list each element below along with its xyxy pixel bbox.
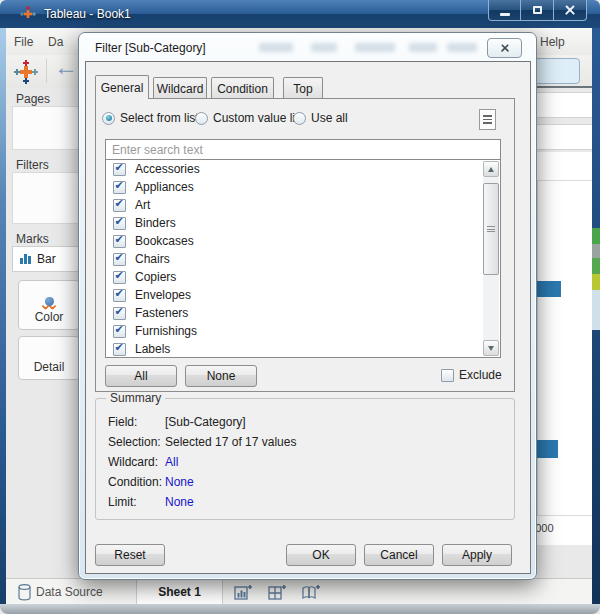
tab-general[interactable]: General	[95, 75, 149, 99]
window-left-border	[0, 28, 6, 604]
color-button[interactable]: Color	[18, 280, 80, 330]
scrollbar[interactable]	[483, 161, 499, 356]
bar-chart-icon	[20, 254, 31, 264]
close-icon	[564, 4, 576, 16]
statusbar: Data Source Sheet 1	[6, 578, 592, 604]
tab-sheet1[interactable]: Sheet 1	[137, 579, 223, 605]
scrollbar-thumb[interactable]	[483, 183, 499, 275]
list-item[interactable]: Envelopes	[106, 286, 500, 304]
radio-icon	[195, 112, 208, 125]
reset-button-label: Reset	[114, 548, 145, 562]
maximize-button[interactable]	[521, 0, 554, 21]
checkbox-checked-icon[interactable]	[113, 271, 126, 284]
tab-label: General	[101, 81, 144, 95]
glass-blur	[311, 43, 337, 52]
new-story-icon[interactable]	[302, 584, 320, 600]
checkbox-checked-icon[interactable]	[113, 163, 126, 176]
toolbar-show-me-button[interactable]	[534, 58, 580, 84]
radio-label: Select from list	[120, 111, 199, 125]
list-item-label: Envelopes	[135, 288, 191, 302]
search-input[interactable]	[105, 139, 501, 160]
new-worksheet-icon[interactable]	[234, 584, 252, 600]
arrow-down-icon	[488, 346, 494, 351]
exclude-label: Exclude	[459, 368, 502, 382]
summary-groupbox: Summary Field: [Sub-Category] Selection:…	[95, 398, 515, 520]
desktop-peek	[592, 244, 600, 258]
summary-row-wildcard: Wildcard: All	[108, 452, 296, 472]
maximize-icon	[533, 6, 542, 14]
summary-label: Wildcard:	[108, 455, 165, 469]
all-button[interactable]: All	[105, 365, 177, 387]
scroll-up-button[interactable]	[483, 161, 499, 177]
window-title: Tableau - Book1	[44, 7, 131, 21]
radio-select-from-list[interactable]: Select from list	[102, 110, 199, 126]
chart-pane-border	[537, 180, 538, 516]
list-item[interactable]: Furnishings	[106, 322, 500, 340]
list-item-label: Furnishings	[135, 324, 197, 338]
apply-button[interactable]: Apply	[442, 544, 512, 566]
desktop-peek	[592, 290, 600, 330]
radio-use-all[interactable]: Use all	[293, 110, 348, 126]
glass-blur	[259, 43, 293, 52]
list-item[interactable]: Appliances	[106, 178, 500, 196]
tab-label: Condition	[217, 82, 268, 96]
close-button[interactable]	[554, 0, 587, 21]
list-item[interactable]: Chairs	[106, 250, 500, 268]
new-dashboard-icon[interactable]	[268, 584, 286, 600]
cancel-button-label: Cancel	[380, 548, 417, 562]
tab-wildcard[interactable]: Wildcard	[153, 77, 207, 99]
list-item[interactable]: Bookcases	[106, 232, 500, 250]
reset-button[interactable]: Reset	[95, 544, 165, 566]
tab-condition[interactable]: Condition	[211, 77, 274, 99]
list-item[interactable]: Accessories	[106, 160, 500, 178]
exclude-checkbox[interactable]: Exclude	[441, 368, 502, 382]
radio-icon	[293, 112, 306, 125]
dialog-close-button[interactable]	[487, 38, 522, 58]
list-item[interactable]: Copiers	[106, 268, 500, 286]
checkbox-checked-icon[interactable]	[113, 307, 126, 320]
color-icon	[45, 297, 54, 306]
checkbox-checked-icon[interactable]	[113, 325, 126, 338]
cancel-button[interactable]: Cancel	[364, 544, 434, 566]
tab-data-source[interactable]: Data Source	[36, 585, 103, 599]
list-item-label: Fasteners	[135, 306, 188, 320]
checkbox-checked-icon[interactable]	[113, 235, 126, 248]
columns-shelf[interactable]	[532, 92, 594, 118]
summary-condition-link[interactable]: None	[165, 475, 194, 489]
checkbox-checked-icon[interactable]	[113, 181, 126, 194]
list-item[interactable]: Fasteners	[106, 304, 500, 322]
checkbox-checked-icon[interactable]	[113, 289, 126, 302]
none-button[interactable]: None	[185, 365, 257, 387]
checkbox-checked-icon[interactable]	[113, 343, 126, 356]
summary-limit-link[interactable]: None	[165, 495, 194, 509]
menu-file[interactable]: File	[14, 35, 33, 49]
close-icon	[500, 43, 510, 53]
summary-wildcard-link[interactable]: All	[165, 455, 178, 469]
tab-top[interactable]: Top	[283, 77, 323, 99]
radio-selected-icon	[102, 112, 115, 125]
menu-help[interactable]: Help	[540, 35, 565, 49]
scroll-down-button[interactable]	[483, 340, 499, 356]
rows-shelf[interactable]	[532, 124, 594, 150]
checkbox-checked-icon[interactable]	[113, 217, 126, 230]
list-item-label: Bookcases	[135, 234, 194, 248]
undo-back-icon[interactable]	[54, 53, 78, 81]
minimize-button[interactable]	[488, 0, 521, 21]
checkbox-unchecked-icon	[441, 369, 454, 382]
radio-label: Use all	[311, 111, 348, 125]
menu-data[interactable]: Da	[48, 35, 63, 49]
checkbox-checked-icon[interactable]	[113, 253, 126, 266]
list-item[interactable]: Binders	[106, 214, 500, 232]
minimize-icon	[500, 13, 510, 16]
list-menu-button[interactable]	[479, 109, 496, 130]
list-item[interactable]: Labels	[106, 340, 500, 358]
radio-custom-value-list[interactable]: Custom value list	[195, 110, 304, 126]
checkbox-checked-icon[interactable]	[113, 199, 126, 212]
detail-button[interactable]: Detail	[18, 336, 80, 380]
toolbar-separator	[46, 59, 47, 83]
ok-button[interactable]: OK	[286, 544, 356, 566]
color-button-label: Color	[35, 310, 64, 324]
list-item[interactable]: Art	[106, 196, 500, 214]
window-right-border	[592, 28, 600, 604]
summary-row-condition: Condition: None	[108, 472, 296, 492]
